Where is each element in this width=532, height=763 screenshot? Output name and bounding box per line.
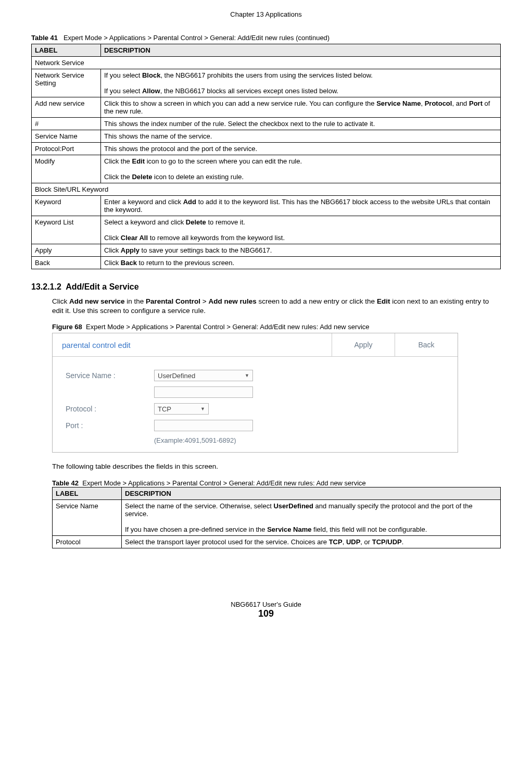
t: Back — [121, 259, 137, 267]
t: , or — [360, 538, 372, 546]
th-desc: DESCRIPTION — [101, 44, 501, 57]
t: . — [402, 538, 404, 546]
t: Parental Control — [146, 297, 200, 305]
protocol-select[interactable]: TCP ▼ — [154, 403, 209, 415]
t: to remove it. — [206, 218, 245, 226]
label-nss: Network Service Setting — [32, 69, 101, 97]
section-network-service: Network Service — [32, 57, 501, 69]
label-modify: Modify — [32, 155, 101, 183]
t: Add — [183, 198, 196, 206]
protocol-value: TCP — [158, 405, 171, 413]
th-label: LABEL — [32, 44, 101, 57]
port-example: (Example:4091,5091-6892) — [154, 436, 445, 444]
label-hash: # — [32, 118, 101, 130]
t: Add new rules — [208, 297, 256, 305]
figure68-caption: Figure 68 Expert Mode > Applications > P… — [52, 323, 501, 331]
t: Add new service — [69, 297, 125, 305]
figure-header: parental control edit Apply Back — [53, 333, 458, 357]
chevron-down-icon: ▼ — [200, 406, 205, 411]
t: Click — [104, 246, 121, 254]
label-keyword: Keyword — [32, 196, 101, 216]
t: Click this to show a screen in which you… — [104, 99, 376, 107]
chevron-down-icon: ▼ — [245, 373, 249, 378]
t: > — [200, 297, 208, 305]
t: Select the transport layer protocol used… — [125, 538, 329, 546]
figure-buttons: Apply Back — [332, 333, 458, 356]
table42-text: Expert Mode > Applications > Parental Co… — [82, 479, 366, 487]
footer-guide: NBG6617 User's Guide — [31, 601, 501, 608]
service-name-input[interactable] — [154, 386, 253, 398]
table42-num: Table 42 — [52, 479, 79, 487]
t: Block — [142, 71, 160, 79]
label-protocol: Protocol — [53, 535, 122, 548]
th-desc: DESCRIPTION — [122, 487, 501, 499]
port-input[interactable] — [154, 420, 253, 431]
t: Port — [469, 99, 483, 107]
t: Delete — [186, 218, 206, 226]
section-title: Add/Edit a Service — [66, 282, 139, 291]
desc-modify: Click the Edit icon to go to the screen … — [101, 155, 501, 183]
table42: LABEL DESCRIPTION Service Name Select th… — [52, 487, 501, 548]
desc-addnew: Click this to show a screen in which you… — [101, 97, 501, 118]
t: to remove all keywords from the keyword … — [148, 234, 285, 242]
figure-body: Service Name : UserDefined ▼ Protocol : … — [53, 357, 458, 452]
t: Click — [52, 297, 69, 305]
t: Edit — [132, 157, 145, 165]
table41-caption: Table 41 Expert Mode > Applications > Pa… — [31, 34, 501, 42]
th-label: LABEL — [53, 487, 122, 499]
desc-apply: Click Apply to save your settings back t… — [101, 244, 501, 257]
section-num: 13.2.1.2 — [31, 282, 61, 291]
t: Select a keyword and click — [104, 218, 186, 226]
section-blocksite: Block Site/URL Keyword — [32, 183, 501, 196]
section-p1: Click Add new service in the Parental Co… — [52, 297, 501, 316]
figure68-text: Expert Mode > Applications > Parental Co… — [86, 323, 370, 331]
t: , the NBG6617 blocks all services except… — [160, 87, 339, 95]
service-name-value: UserDefined — [158, 372, 195, 380]
label-svcname: Service Name — [53, 499, 122, 535]
label-protport: Protocol:Port — [32, 143, 101, 155]
t: Service Name — [267, 526, 311, 533]
t: Click — [104, 259, 121, 267]
label-keywordlist: Keyword List — [32, 216, 101, 244]
desc-back: Click Back to return to the previous scr… — [101, 257, 501, 269]
table41-caption-text: Expert Mode > Applications > Parental Co… — [64, 34, 330, 42]
t: Delete — [132, 173, 152, 181]
desc-hash: This shows the index number of the rule.… — [101, 118, 501, 130]
chapter-header: Chapter 13 Applications — [31, 10, 501, 18]
t: Protocol — [425, 99, 452, 107]
t: , the NBG6617 prohibits the users from u… — [160, 71, 373, 79]
table42-caption: Table 42 Expert Mode > Applications > Pa… — [52, 479, 501, 487]
t: Select the name of the service. Otherwis… — [125, 502, 273, 510]
t: Click — [104, 234, 121, 242]
page-number: 109 — [31, 608, 501, 619]
service-name-label: Service Name : — [66, 371, 154, 380]
t: to return to the previous screen. — [137, 259, 234, 267]
figure68-ui: parental control edit Apply Back Service… — [52, 333, 458, 453]
table41-num: Table 41 — [31, 34, 58, 42]
desc-protocol: Select the transport layer protocol used… — [122, 535, 501, 548]
apply-button[interactable]: Apply — [332, 333, 395, 356]
back-button[interactable]: Back — [395, 333, 458, 356]
figure-title: parental control edit — [53, 341, 131, 349]
t: icon to delete an existing rule. — [153, 173, 244, 181]
t: field, this field will not be configurab… — [311, 526, 427, 533]
section-p2: The following table describes the fields… — [52, 462, 501, 471]
t: TCP — [329, 538, 343, 546]
desc-keyword: Enter a keyword and click Add to add it … — [101, 196, 501, 216]
t: UserDefined — [273, 502, 313, 510]
desc-svcname: Select the name of the service. Otherwis… — [122, 499, 501, 535]
t: If you select — [104, 87, 142, 95]
label-svcname: Service Name — [32, 130, 101, 143]
t: , — [343, 538, 346, 546]
label-apply: Apply — [32, 244, 101, 257]
t: Edit — [377, 297, 390, 305]
t: Allow — [142, 87, 160, 95]
t: , and — [452, 99, 469, 107]
desc-keywordlist: Select a keyword and click Delete to rem… — [101, 216, 501, 244]
protocol-label: Protocol : — [66, 405, 154, 413]
label-addnew: Add new service — [32, 97, 101, 118]
service-name-select[interactable]: UserDefined ▼ — [154, 370, 253, 381]
label-back: Back — [32, 257, 101, 269]
t: , — [421, 99, 424, 107]
t: Click the — [104, 173, 132, 181]
